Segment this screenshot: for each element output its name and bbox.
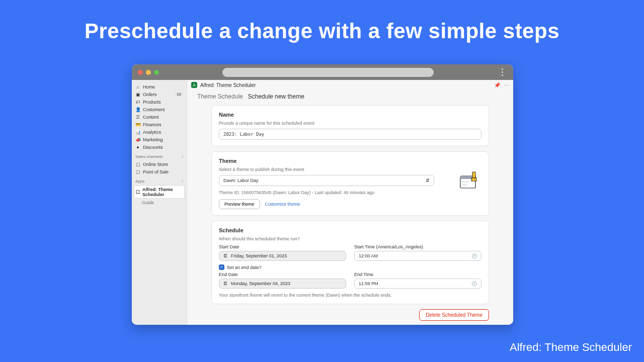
kebab-icon[interactable] bbox=[497, 67, 507, 77]
pin-icon[interactable]: 📌 bbox=[494, 82, 500, 88]
breadcrumb-current: Schedule new theme bbox=[248, 93, 304, 100]
card-subtitle: When should this scheduled theme run? bbox=[219, 236, 481, 241]
name-card: Name Provide a unique name for this sche… bbox=[211, 105, 489, 146]
orders-icon: ▣ bbox=[135, 92, 140, 97]
breadcrumb-parent[interactable]: Theme Schedule bbox=[197, 93, 243, 100]
preview-theme-button[interactable]: Preview theme bbox=[219, 199, 260, 209]
sidebar-section-label: Apps bbox=[135, 179, 144, 184]
sidebar-item-guide[interactable]: Guide bbox=[134, 199, 185, 206]
app-logo-icon: A bbox=[191, 82, 197, 88]
products-icon: 🏷 bbox=[135, 100, 140, 105]
start-date-input[interactable]: 🗓 Friday, September 01, 2023 bbox=[219, 251, 346, 261]
sidebar-item-orders[interactable]: ▣ Orders 10 bbox=[134, 90, 185, 98]
footer-label: Alfred: Theme Scheduler bbox=[510, 341, 632, 354]
sidebar-item-customers[interactable]: 👤 Customers bbox=[134, 106, 185, 113]
sidebar-item-marketing[interactable]: 📣 Marketing bbox=[134, 136, 185, 143]
sidebar-section-apps: Apps › bbox=[134, 175, 185, 185]
svg-rect-5 bbox=[471, 178, 476, 181]
breadcrumb: Theme Schedule Schedule new theme bbox=[187, 90, 513, 105]
sidebar-item-label: Online Store bbox=[143, 162, 168, 167]
sidebar-item-finances[interactable]: 💳 Finances bbox=[134, 121, 185, 128]
sidebar-item-label: Marketing bbox=[143, 137, 163, 142]
card-title: Name bbox=[219, 112, 481, 118]
start-time-label: Start Time (America/Los_Angeles) bbox=[354, 244, 481, 249]
sidebar-item-label: Alfred: Theme Scheduler bbox=[142, 187, 183, 197]
close-icon[interactable] bbox=[138, 70, 143, 75]
svg-rect-4 bbox=[472, 172, 475, 178]
clock-icon: 🕘 bbox=[471, 281, 477, 286]
end-date-value: Monday, September 04, 2023 bbox=[231, 281, 290, 286]
sidebar-item-label: Products bbox=[143, 100, 161, 105]
maximize-icon[interactable] bbox=[154, 70, 159, 75]
card-title: Schedule bbox=[219, 227, 481, 233]
discounts-icon: ● bbox=[135, 145, 140, 150]
card-subtitle: Provide a unique name for this scheduled… bbox=[219, 121, 481, 126]
delete-scheduled-theme-button[interactable]: Delete Scheduled Theme bbox=[419, 309, 489, 321]
sidebar: ⌂ Home ▣ Orders 10 🏷 Products 👤 Customer… bbox=[132, 80, 187, 325]
sidebar-item-analytics[interactable]: 📊 Analytics bbox=[134, 128, 185, 136]
customize-theme-link[interactable]: Customize theme bbox=[265, 202, 300, 207]
start-time-value: 12:00 AM bbox=[359, 253, 378, 258]
schedule-card: Schedule When should this scheduled them… bbox=[211, 221, 489, 304]
start-date-label: Start Date bbox=[219, 244, 346, 249]
end-date-input[interactable]: 🗓 Monday, September 04, 2023 bbox=[219, 279, 346, 289]
event-name-input[interactable]: 2023: Labor Day bbox=[219, 129, 481, 140]
svg-rect-2 bbox=[462, 181, 469, 183]
finances-icon: 💳 bbox=[135, 122, 140, 127]
end-date-checkbox-label: Set an end date? bbox=[227, 265, 262, 270]
calendar-icon: 🗓 bbox=[223, 253, 228, 258]
app-header: A Alfred: Theme Scheduler 📌 ⋯ bbox=[187, 80, 513, 90]
schedule-footer-note: Your storefront theme will revert to the… bbox=[219, 293, 481, 298]
chevron-right-icon[interactable]: › bbox=[182, 179, 183, 184]
sidebar-section-label: Sales channels bbox=[135, 154, 163, 159]
sidebar-item-label: Home bbox=[143, 84, 155, 89]
url-bar[interactable] bbox=[222, 68, 434, 77]
marketing-icon: 📣 bbox=[135, 137, 140, 142]
chevron-right-icon[interactable]: › bbox=[182, 154, 183, 159]
page-headline: Preschedule a change with a few simple s… bbox=[0, 0, 644, 43]
sidebar-item-label: Analytics bbox=[143, 130, 161, 135]
svg-rect-3 bbox=[462, 184, 467, 186]
start-time-input[interactable]: 12:00 AM 🕘 bbox=[354, 251, 481, 261]
pin-icon: ☐ bbox=[136, 190, 140, 195]
theme-card: Theme Select a theme to publish during t… bbox=[211, 151, 489, 216]
store-icon: ▢ bbox=[135, 162, 140, 167]
card-title: Theme bbox=[219, 158, 481, 164]
app-window: ⌂ Home ▣ Orders 10 🏷 Products 👤 Customer… bbox=[132, 64, 513, 325]
sidebar-item-products[interactable]: 🏷 Products bbox=[134, 98, 185, 106]
orders-badge: 10 bbox=[175, 92, 183, 97]
app-title: Alfred: Theme Scheduler bbox=[200, 82, 256, 88]
sidebar-item-label: Point of Sale bbox=[143, 169, 169, 174]
end-date-checkbox[interactable]: ✓ bbox=[219, 264, 224, 270]
sidebar-item-label: Orders bbox=[143, 92, 172, 97]
start-date-value: Friday, September 01, 2023 bbox=[231, 253, 287, 258]
theme-select[interactable]: Dawn: Labor Day ⇵ bbox=[219, 175, 434, 186]
end-time-input[interactable]: 11:59 PM 🕘 bbox=[354, 279, 481, 289]
end-date-label: End Date bbox=[219, 272, 346, 277]
end-time-value: 11:59 PM bbox=[359, 281, 378, 286]
customers-icon: 👤 bbox=[135, 107, 140, 112]
sidebar-item-discounts[interactable]: ● Discounts bbox=[134, 143, 185, 151]
theme-illustration-icon bbox=[457, 169, 481, 190]
sidebar-item-pos[interactable]: ▢ Point of Sale bbox=[134, 168, 185, 175]
sidebar-item-label: Guide bbox=[142, 200, 154, 205]
sidebar-item-label: Customers bbox=[143, 107, 165, 112]
theme-meta: Theme ID: 156007563545 (Dawn: Labor Day)… bbox=[219, 190, 481, 195]
select-icon: ⇵ bbox=[426, 178, 430, 183]
minimize-icon[interactable] bbox=[146, 70, 151, 75]
card-subtitle: Select a theme to publish during this ev… bbox=[219, 167, 481, 172]
more-icon[interactable]: ⋯ bbox=[504, 82, 509, 88]
sidebar-item-home[interactable]: ⌂ Home bbox=[134, 83, 185, 90]
sidebar-item-alfred[interactable]: ☐ Alfred: Theme Scheduler bbox=[134, 185, 185, 199]
clock-icon: 🕘 bbox=[471, 253, 477, 258]
content-icon: ☰ bbox=[135, 115, 140, 120]
sidebar-item-content[interactable]: ☰ Content bbox=[134, 113, 185, 121]
window-titlebar bbox=[132, 64, 513, 80]
sidebar-section-sales: Sales channels › bbox=[134, 151, 185, 160]
sidebar-item-online-store[interactable]: ▢ Online Store bbox=[134, 160, 185, 168]
sidebar-item-label: Finances bbox=[143, 122, 162, 127]
main-content: A Alfred: Theme Scheduler 📌 ⋯ Theme Sche… bbox=[187, 80, 513, 325]
end-time-label: End Time bbox=[354, 272, 481, 277]
calendar-icon: 🗓 bbox=[223, 281, 228, 286]
sidebar-item-label: Content bbox=[143, 115, 159, 120]
